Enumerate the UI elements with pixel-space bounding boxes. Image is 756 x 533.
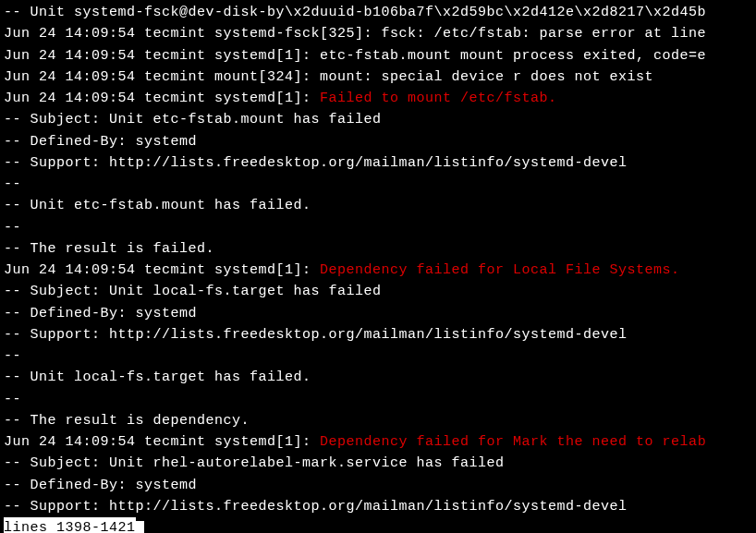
log-text: Jun 24 14:09:54 tecmint systemd[1]:: [4, 434, 320, 450]
log-text: -- Unit local-fs.target has failed.: [4, 369, 311, 385]
log-text: --: [4, 220, 21, 236]
log-text: --: [4, 392, 21, 407]
log-line: --: [4, 345, 752, 367]
log-text: --: [4, 176, 21, 192]
log-line: Jun 24 14:09:54 tecmint mount[324]: moun…: [4, 67, 752, 88]
log-text: -- The result is failed.: [4, 241, 214, 257]
log-line: -- Unit etc-fstab.mount has failed.: [4, 195, 752, 216]
log-line: -- Subject: Unit etc-fstab.mount has fai…: [4, 109, 752, 130]
log-line: -- Subject: Unit rhel-autorelabel-mark.s…: [4, 453, 752, 474]
log-line: --: [4, 217, 752, 238]
log-line: -- Defined-By: systemd: [4, 303, 752, 324]
log-text: -- Unit etc-fstab.mount has failed.: [4, 198, 311, 213]
log-text: Jun 24 14:09:54 tecmint systemd[1]: etc-…: [4, 48, 706, 64]
log-line: -- The result is failed.: [4, 238, 752, 260]
log-text: -- Support: http://lists.freedesktop.org…: [4, 499, 628, 515]
log-text: -- Defined-By: systemd: [4, 306, 197, 321]
log-text: -- Defined-By: systemd: [4, 478, 197, 493]
log-line: --: [4, 389, 752, 410]
error-text: Dependency failed for Mark the need to r…: [320, 434, 706, 450]
pager-status: lines 1398-1421: [4, 517, 136, 533]
log-line: -- Subject: Unit local-fs.target has fai…: [4, 281, 752, 302]
log-text: -- Support: http://lists.freedesktop.org…: [4, 327, 628, 343]
log-text: -- Support: http://lists.freedesktop.org…: [4, 155, 628, 171]
log-text: Jun 24 14:09:54 tecmint systemd-fsck[325…: [4, 26, 706, 42]
log-line: Jun 24 14:09:54 tecmint systemd-fsck[325…: [4, 23, 752, 44]
log-text: -- The result is dependency.: [4, 413, 250, 429]
log-text: --: [4, 348, 21, 364]
log-text: Jun 24 14:09:54 tecmint systemd[1]:: [4, 91, 320, 106]
log-line: -- Support: http://lists.freedesktop.org…: [4, 152, 752, 174]
log-line: -- Defined-By: systemd: [4, 475, 752, 496]
log-line: -- Defined-By: systemd: [4, 131, 752, 152]
cursor: [136, 521, 144, 533]
log-line: Jun 24 14:09:54 tecmint systemd[1]: Fail…: [4, 88, 752, 109]
log-line: -- Support: http://lists.freedesktop.org…: [4, 496, 752, 517]
log-line: -- Unit systemd-fsck@dev-disk-by\x2duuid…: [4, 2, 752, 23]
log-line: Jun 24 14:09:54 tecmint systemd[1]: Depe…: [4, 431, 752, 453]
log-text: -- Subject: Unit local-fs.target has fai…: [4, 284, 382, 299]
log-text: Jun 24 14:09:54 tecmint mount[324]: moun…: [4, 69, 653, 85]
log-line: Jun 24 14:09:54 tecmint systemd[1]: Depe…: [4, 260, 752, 281]
log-text: -- Defined-By: systemd: [4, 134, 197, 150]
log-line: -- Unit local-fs.target has failed.: [4, 367, 752, 388]
log-text: -- Unit systemd-fsck@dev-disk-by\x2duuid…: [4, 5, 706, 20]
error-text: Dependency failed for Local File Systems…: [320, 262, 680, 278]
error-text: Failed to mount /etc/fstab.: [320, 91, 557, 106]
log-line: -- The result is dependency.: [4, 410, 752, 431]
terminal-output[interactable]: -- Unit systemd-fsck@dev-disk-by\x2duuid…: [4, 2, 752, 533]
log-line: -- Support: http://lists.freedesktop.org…: [4, 324, 752, 345]
log-text: -- Subject: Unit etc-fstab.mount has fai…: [4, 112, 382, 127]
log-line: --: [4, 174, 752, 195]
log-line: Jun 24 14:09:54 tecmint systemd[1]: etc-…: [4, 45, 752, 67]
log-text: Jun 24 14:09:54 tecmint systemd[1]:: [4, 262, 320, 278]
log-text: -- Subject: Unit rhel-autorelabel-mark.s…: [4, 455, 505, 471]
